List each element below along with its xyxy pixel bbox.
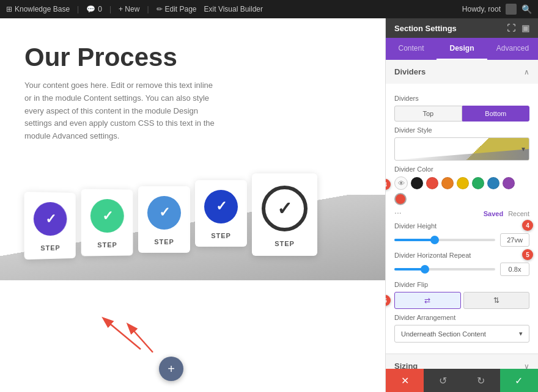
divider-repeat-track[interactable] bbox=[394, 268, 495, 270]
section-sizing-header[interactable]: Sizing ∨ bbox=[386, 354, 538, 369]
arrangement-value: Underneath Section Content bbox=[401, 330, 486, 338]
color-swatch-blue[interactable] bbox=[487, 177, 499, 189]
bottom-bar: ✕ ↺ ↻ ✓ bbox=[386, 369, 538, 392]
brand-icon: ⊞ bbox=[6, 5, 12, 13]
color-swatches: 👁 bbox=[394, 176, 529, 205]
page-title: Our Process bbox=[24, 43, 361, 72]
annotation-3: 3 bbox=[386, 179, 391, 190]
comment-icon: 💬 bbox=[86, 5, 95, 13]
divider-style-arrow-icon: ▾ bbox=[521, 145, 525, 153]
step-circle-5: ✓ bbox=[262, 186, 308, 231]
tab-content[interactable]: Content bbox=[386, 38, 437, 60]
svg-line-1 bbox=[104, 319, 141, 349]
tab-design[interactable]: Design bbox=[437, 38, 487, 60]
arrangement-arrow-icon: ▾ bbox=[519, 330, 523, 338]
step-label-3: STEP bbox=[154, 238, 174, 245]
divider-arrangement-label: Divider Arrangement bbox=[394, 314, 529, 321]
color-swatch-yellow[interactable] bbox=[457, 177, 469, 189]
fab-button[interactable]: + bbox=[159, 357, 183, 381]
step-card-4: ✓ STEP bbox=[195, 180, 247, 247]
annotation-5: 5 bbox=[522, 249, 533, 260]
step-card-2: ✓ STEP bbox=[81, 189, 133, 256]
section-sizing-label: Sizing bbox=[394, 361, 418, 369]
new-link[interactable]: + New bbox=[119, 5, 139, 13]
flip-vertical-btn[interactable]: ⇅ bbox=[463, 292, 530, 309]
annotation-arrows bbox=[92, 307, 190, 355]
color-dots[interactable]: ··· bbox=[394, 208, 402, 217]
color-actions: Saved Recent bbox=[484, 210, 529, 217]
main-area: Our Process Your content goes here. Edit… bbox=[0, 18, 538, 392]
tab-advanced[interactable]: Advanced bbox=[487, 38, 538, 60]
color-swatch-green[interactable] bbox=[472, 177, 484, 189]
check-icon-4: ✓ bbox=[216, 198, 227, 214]
cancel-button[interactable]: ✕ bbox=[386, 369, 424, 392]
step-circle-4: ✓ bbox=[204, 190, 238, 223]
divider-color-label: Divider Color bbox=[394, 165, 529, 173]
steps-container: ✓ STEP ✓ STEP ✓ STEP bbox=[24, 161, 361, 280]
edit-page-link[interactable]: ✏ Edit Page bbox=[157, 5, 197, 13]
step-label-4: STEP bbox=[211, 232, 231, 239]
divider-repeat-row: 5 0.8x bbox=[394, 263, 529, 276]
color-swatch-orange[interactable] bbox=[441, 177, 454, 189]
section-sizing: Sizing ∨ bbox=[386, 354, 538, 369]
divider-height-thumb[interactable] bbox=[430, 236, 439, 244]
divider-repeat-label: Divider Horizontal Repeat bbox=[394, 252, 529, 259]
color-swatch-red[interactable] bbox=[426, 177, 438, 189]
color-picker-icon[interactable]: 👁 bbox=[394, 176, 408, 190]
section-dividers-header[interactable]: Dividers ∧ bbox=[386, 60, 538, 84]
divider-arrangement-select[interactable]: Underneath Section Content ▾ bbox=[394, 325, 529, 343]
save-button[interactable]: ✓ bbox=[500, 369, 538, 392]
redo-icon: ↻ bbox=[477, 375, 485, 387]
svg-line-2 bbox=[128, 325, 153, 352]
search-icon[interactable]: 🔍 bbox=[521, 4, 532, 14]
toggle-top-btn[interactable]: Top bbox=[394, 106, 462, 122]
divider-repeat-value[interactable]: 0.8x bbox=[500, 263, 529, 276]
pencil-icon: ✏ bbox=[157, 5, 163, 13]
cancel-icon: ✕ bbox=[401, 375, 409, 387]
saved-btn[interactable]: Saved bbox=[484, 210, 503, 217]
divider-flip-label: Divider Flip bbox=[394, 281, 529, 288]
color-swatch-purple[interactable] bbox=[503, 177, 515, 189]
divider-height-track[interactable] bbox=[394, 239, 495, 241]
flip-vertical-icon: ⇅ bbox=[493, 296, 499, 305]
check-icon-3: ✓ bbox=[159, 205, 170, 220]
step-label-5: STEP bbox=[275, 240, 295, 247]
divider-height-value[interactable]: 27vw bbox=[500, 233, 529, 247]
brand-link[interactable]: ⊞ Knowledge Base bbox=[6, 5, 70, 13]
right-panel: Section Settings ⛶ ▣ Content Design Adva… bbox=[385, 18, 538, 392]
section-dividers: Dividers ∧ Dividers Top Bottom Divider S… bbox=[386, 60, 538, 354]
step-card-1: ✓ STEP bbox=[24, 192, 76, 260]
flip-row: 6 ⇄ ⇅ bbox=[394, 292, 529, 309]
divider-repeat-thumb[interactable] bbox=[421, 265, 429, 274]
panel-tabs: Content Design Advanced bbox=[386, 38, 538, 60]
panel-header-icons: ⛶ ▣ bbox=[507, 23, 529, 33]
panel-header: Section Settings ⛶ ▣ bbox=[386, 18, 538, 38]
step-card-3: ✓ STEP bbox=[138, 186, 190, 253]
step-circle-3: ✓ bbox=[147, 196, 181, 230]
topbar: ⊞ Knowledge Base | 💬 0 | + New | ✏ Edit … bbox=[0, 0, 538, 18]
topbar-right: Howdy, root 🔍 bbox=[462, 4, 532, 15]
recent-btn[interactable]: Recent bbox=[508, 210, 529, 217]
dividers-toggle-group: Top Bottom bbox=[394, 106, 529, 122]
chevron-up-icon: ∧ bbox=[524, 68, 529, 76]
color-swatch-black[interactable] bbox=[411, 177, 423, 189]
color-swatch-custom[interactable] bbox=[394, 193, 407, 205]
step-label-2: STEP bbox=[97, 241, 117, 249]
panel-dock-icon[interactable]: ▣ bbox=[521, 23, 529, 33]
undo-button[interactable]: ↺ bbox=[424, 369, 462, 392]
redo-button[interactable]: ↻ bbox=[462, 369, 500, 392]
annotation-6: 6 bbox=[386, 295, 391, 306]
toggle-bottom-btn[interactable]: Bottom bbox=[462, 106, 530, 122]
divider-style-select[interactable]: ▾ 2 bbox=[394, 137, 529, 161]
save-icon: ✓ bbox=[515, 375, 523, 387]
flip-horizontal-btn[interactable]: ⇄ bbox=[394, 292, 461, 309]
preview-body-text: Your content goes here. Edit or remove t… bbox=[24, 79, 220, 143]
avatar-placeholder bbox=[506, 4, 517, 15]
panel-maximize-icon[interactable]: ⛶ bbox=[507, 23, 515, 33]
section-dividers-content: Dividers Top Bottom Divider Style ▾ 2 Di… bbox=[386, 84, 538, 354]
chevron-down-icon-sizing: ∨ bbox=[524, 362, 529, 369]
exit-builder-link[interactable]: Exit Visual Builder bbox=[204, 5, 263, 13]
notifications-link[interactable]: 💬 0 bbox=[86, 5, 102, 13]
divider-style-label: Divider Style bbox=[394, 126, 529, 134]
dividers-label: Dividers bbox=[394, 95, 529, 102]
